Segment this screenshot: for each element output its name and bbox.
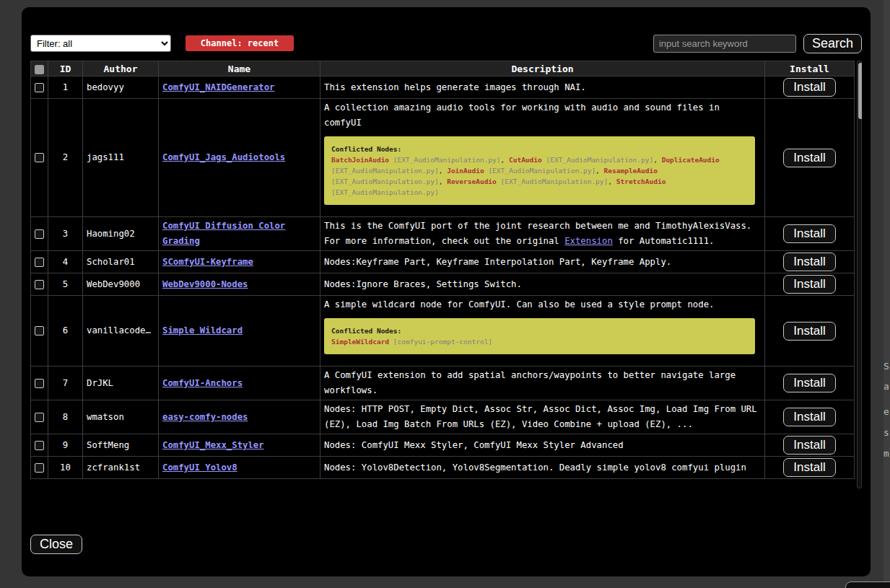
nodes-table-region: IDAuthorNameDescriptionInstall 1bedovyyC… xyxy=(30,61,862,488)
node-name-link[interactable]: ComfyUI_NAIDGenerator xyxy=(162,82,274,92)
row-id: 6 xyxy=(48,296,83,367)
table-row: 1bedovyyComfyUI_NAIDGeneratorThis extens… xyxy=(31,76,855,99)
node-name-link[interactable]: Simple Wildcard xyxy=(162,325,243,335)
clipped-letter: a xyxy=(884,382,889,391)
row-checkbox[interactable] xyxy=(35,441,44,450)
conflicted-nodes-list: SimpleWildcard [comfyui-prompt-control] xyxy=(331,336,748,347)
install-button[interactable]: Install xyxy=(783,253,835,271)
install-button[interactable]: Install xyxy=(783,275,835,294)
clipped-letter: e xyxy=(884,407,889,416)
table-row: 4Scholar01SComfyUI-KeyframeNodes:Keyfram… xyxy=(31,251,855,273)
install-button[interactable]: Install xyxy=(783,149,835,167)
row-name-cell: ComfyUI_NAIDGenerator xyxy=(159,76,320,99)
conflicted-node-name: StretchAudio xyxy=(616,177,666,185)
row-name-cell: WebDev9000-Nodes xyxy=(159,273,320,296)
table-scrollbar-thumb[interactable] xyxy=(858,63,862,119)
row-select-cell xyxy=(31,457,48,479)
search-input[interactable] xyxy=(653,35,796,53)
conflicted-node-name: JoinAudio xyxy=(447,167,484,175)
row-install-cell: Install xyxy=(765,76,855,99)
install-button[interactable]: Install xyxy=(783,224,835,243)
node-name-link[interactable]: ComfyUI Diffusion Color Grading xyxy=(162,221,285,246)
row-description: Nodes: HTTP POST, Empty Dict, Assoc Str,… xyxy=(324,402,761,432)
node-name-link[interactable]: ComfyUI Yolov8 xyxy=(162,462,237,473)
description-link[interactable]: Extension xyxy=(564,236,613,246)
install-button[interactable]: Install xyxy=(783,374,835,392)
row-id: 10 xyxy=(48,457,83,479)
conflicted-nodes-box: Conflicted Nodes:BatchJoinAudio [EXT_Aud… xyxy=(324,136,755,205)
node-name-link[interactable]: WebDev9000-Nodes xyxy=(162,279,248,289)
conflicted-node-name: SimpleWildcard xyxy=(331,338,389,346)
row-description: A simple wildcard node for ComfyUI. Can … xyxy=(324,297,761,312)
select-all-checkbox[interactable] xyxy=(35,65,44,74)
row-checkbox[interactable] xyxy=(35,229,44,239)
node-name-link[interactable]: ComfyUI_Jags_Audiotools xyxy=(162,152,285,162)
conflicted-node-name: DuplicateAudio xyxy=(662,156,720,164)
row-author: Haoming02 xyxy=(83,217,159,251)
row-select-cell xyxy=(31,273,48,296)
table-row: 10zcfrank1stComfyUI Yolov8Nodes: Yolov8D… xyxy=(31,457,855,479)
row-install-cell: Install xyxy=(765,434,855,457)
node-name-link[interactable]: ComfyUI_Mexx_Styler xyxy=(162,440,264,450)
search-button[interactable]: Search xyxy=(803,34,862,53)
clipped-background-button xyxy=(845,582,890,588)
install-button[interactable]: Install xyxy=(783,322,835,341)
conflicted-node-source: [EXT_AudioManipulation.py] xyxy=(546,156,653,164)
row-checkbox[interactable] xyxy=(35,153,44,162)
row-description: Nodes: Yolov8Detection, Yolov8Segmentati… xyxy=(324,460,761,475)
row-name-cell: easy-comfy-nodes xyxy=(159,400,320,434)
install-button[interactable]: Install xyxy=(783,458,835,477)
node-name-link[interactable]: easy-comfy-nodes xyxy=(162,412,248,422)
row-description: Nodes:Ignore Braces, Settings Switch. xyxy=(324,277,761,292)
row-select-cell xyxy=(31,99,48,217)
conflicted-node-source: [comfyui-prompt-control] xyxy=(393,338,492,346)
table-scrollbar[interactable] xyxy=(857,61,862,488)
row-install-cell: Install xyxy=(765,217,855,251)
row-install-cell: Install xyxy=(765,99,855,217)
column-header: Name xyxy=(159,61,320,76)
row-select-cell xyxy=(31,367,48,400)
node-name-link[interactable]: SComfyUI-Keyframe xyxy=(162,257,253,267)
conflicted-nodes-label: Conflicted Nodes: xyxy=(331,325,748,336)
row-checkbox[interactable] xyxy=(35,258,44,267)
row-checkbox[interactable] xyxy=(35,379,44,388)
row-install-cell: Install xyxy=(765,296,855,367)
row-id: 9 xyxy=(48,434,83,457)
row-description-cell: This is the ComfyUI port of the joint re… xyxy=(320,217,765,251)
conflicted-node-source: [EXT_AudioManipulation.py] xyxy=(488,167,595,175)
row-install-cell: Install xyxy=(765,273,855,296)
column-header: Author xyxy=(83,61,159,76)
select-all-header-cell xyxy=(31,61,48,76)
install-button[interactable]: Install xyxy=(783,436,835,455)
column-header: Install xyxy=(765,61,855,76)
row-checkbox[interactable] xyxy=(35,280,44,289)
row-select-cell xyxy=(31,400,48,434)
row-description-cell: Nodes:Keyframe Part, Keyframe Interpolat… xyxy=(320,251,765,273)
page-right-scrollbar[interactable] xyxy=(884,0,890,588)
row-name-cell: SComfyUI-Keyframe xyxy=(159,251,320,273)
conflicted-node-source: [EXT_AudioManipulation.py] xyxy=(331,188,439,196)
row-install-cell: Install xyxy=(765,457,855,479)
install-button[interactable]: Install xyxy=(783,78,835,97)
conflicted-nodes-box: Conflicted Nodes:SimpleWildcard [comfyui… xyxy=(324,318,755,354)
row-checkbox[interactable] xyxy=(35,463,44,473)
row-checkbox[interactable] xyxy=(35,413,44,422)
row-description-cell: Nodes: HTTP POST, Empty Dict, Assoc Str,… xyxy=(320,400,765,434)
row-id: 3 xyxy=(48,217,83,251)
filter-select[interactable]: Filter: all xyxy=(30,35,171,52)
table-row: 8wmatsoneasy-comfy-nodesNodes: HTTP POST… xyxy=(31,400,855,434)
channel-badge: Channel: recent xyxy=(186,35,294,51)
conflicted-node-name: ResampleAudio xyxy=(604,167,658,175)
install-button[interactable]: Install xyxy=(783,408,835,426)
close-button[interactable]: Close xyxy=(30,535,82,554)
row-author: vanillacode314 xyxy=(83,296,159,367)
conflicted-node-name: ReverseAudio xyxy=(447,177,497,185)
node-name-link[interactable]: ComfyUI-Anchors xyxy=(162,378,243,388)
row-checkbox[interactable] xyxy=(35,326,44,335)
row-select-cell xyxy=(31,76,48,99)
row-description-cell: Nodes: ComfyUI Mexx Styler, ComfyUI Mexx… xyxy=(320,434,765,457)
conflicted-nodes-label: Conflicted Nodes: xyxy=(331,144,748,154)
row-author: wmatson xyxy=(83,400,159,434)
row-checkbox[interactable] xyxy=(35,83,44,92)
conflicted-node-name: BatchJoinAudio xyxy=(331,156,389,164)
